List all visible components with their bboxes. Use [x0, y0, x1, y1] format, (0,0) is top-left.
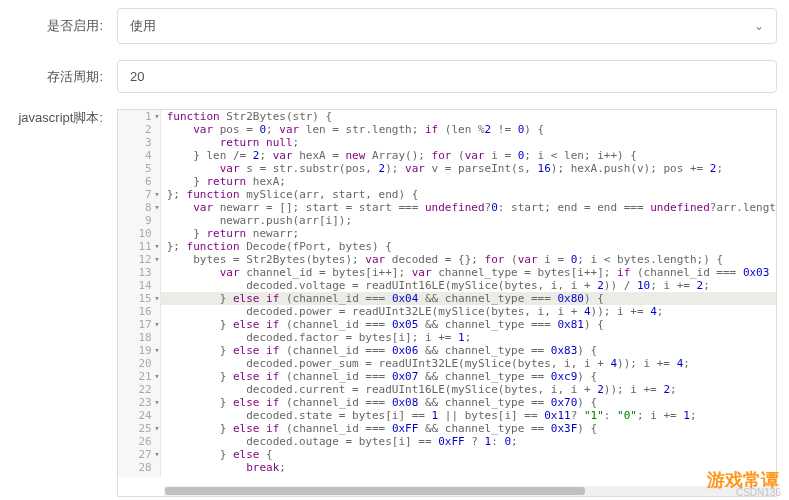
gutter-line: 20	[118, 357, 160, 370]
code-line[interactable]: decoded.state = bytes[i] == 1 || bytes[i…	[161, 409, 776, 422]
code-line[interactable]: function Str2Bytes(str) {	[161, 110, 776, 123]
code-line[interactable]: } else if (channel_id === 0x06 && channe…	[161, 344, 776, 357]
gutter-line: 18	[118, 331, 160, 344]
gutter-line: 22	[118, 383, 160, 396]
code-line[interactable]: } else if (channel_id === 0xFF && channe…	[161, 422, 776, 435]
code-line[interactable]: var pos = 0; var len = str.length; if (l…	[161, 123, 776, 136]
gutter-line: 7▾	[118, 188, 160, 201]
code-line[interactable]: bytes = Str2Bytes(bytes); var decoded = …	[161, 253, 776, 266]
gutter-line: 27▾	[118, 448, 160, 461]
code-line[interactable]: }; function mySlice(arr, start, end) {	[161, 188, 776, 201]
script-label: javascript脚本:	[12, 109, 117, 497]
gutter-line: 25▾	[118, 422, 160, 435]
code-line[interactable]: break;	[161, 461, 776, 474]
fold-icon[interactable]: ▾	[154, 201, 159, 214]
chevron-down-icon: ⌄	[754, 19, 764, 33]
gutter-line: 3	[118, 136, 160, 149]
gutter-line: 2	[118, 123, 160, 136]
fold-icon[interactable]: ▾	[154, 292, 159, 305]
gutter-line: 15▾	[118, 292, 160, 305]
code-line[interactable]: decoded.voltage = readUInt16LE(mySlice(b…	[161, 279, 776, 292]
fold-icon[interactable]: ▾	[154, 110, 159, 123]
gutter-line: 4	[118, 149, 160, 162]
gutter-line: 8▾	[118, 201, 160, 214]
code-line[interactable]: decoded.outage = bytes[i] == 0xFF ? 1: 0…	[161, 435, 776, 448]
gutter-line: 17▾	[118, 318, 160, 331]
code-line[interactable]: } else if (channel_id === 0x07 && channe…	[161, 370, 776, 383]
fold-icon[interactable]: ▾	[154, 448, 159, 461]
gutter-line: 13	[118, 266, 160, 279]
code-line[interactable]: } else if (channel_id === 0x05 && channe…	[161, 318, 776, 331]
gutter-line: 26	[118, 435, 160, 448]
gutter-line: 9	[118, 214, 160, 227]
code-line[interactable]: }; function Decode(fPort, bytes) {	[161, 240, 776, 253]
fold-icon[interactable]: ▾	[154, 188, 159, 201]
code-line[interactable]: decoded.power = readUInt32LE(mySlice(byt…	[161, 305, 776, 318]
fold-icon[interactable]: ▾	[154, 396, 159, 409]
gutter-line: 21▾	[118, 370, 160, 383]
code-line[interactable]: decoded.factor = bytes[i]; i += 1;	[161, 331, 776, 344]
code-line[interactable]: } return newarr;	[161, 227, 776, 240]
gutter-line: 12▾	[118, 253, 160, 266]
gutter-line: 5	[118, 162, 160, 175]
gutter-line: 19▾	[118, 344, 160, 357]
line-gutter: 1▾234567▾8▾91011▾12▾131415▾1617▾1819▾202…	[118, 110, 161, 477]
fold-icon[interactable]: ▾	[154, 344, 159, 357]
code-line[interactable]: } return hexA;	[161, 175, 776, 188]
cycle-label: 存活周期:	[12, 68, 117, 86]
fold-icon[interactable]: ▾	[154, 253, 159, 266]
code-line[interactable]: decoded.current = readUInt16LE(mySlice(b…	[161, 383, 776, 396]
enable-value: 使用	[130, 17, 156, 35]
code-line[interactable]: newarr.push(arr[i]);	[161, 214, 776, 227]
enable-label: 是否启用:	[12, 17, 117, 35]
fold-icon[interactable]: ▾	[154, 370, 159, 383]
fold-icon[interactable]: ▾	[154, 422, 159, 435]
gutter-line: 11▾	[118, 240, 160, 253]
code-line[interactable]: var s = str.substr(pos, 2); var v = pars…	[161, 162, 776, 175]
watermark-sub: CSDN136	[736, 487, 781, 497]
code-lines[interactable]: function Str2Bytes(str) { var pos = 0; v…	[161, 110, 776, 477]
gutter-line: 24	[118, 409, 160, 422]
gutter-line: 28	[118, 461, 160, 474]
fold-icon[interactable]: ▾	[154, 240, 159, 253]
code-line[interactable]: var channel_id = bytes[i++]; var channel…	[161, 266, 776, 279]
cycle-value: 20	[130, 69, 144, 84]
gutter-line: 10	[118, 227, 160, 240]
fold-icon[interactable]: ▾	[154, 318, 159, 331]
code-line[interactable]: } len /= 2; var hexA = new Array(); for …	[161, 149, 776, 162]
code-line[interactable]: decoded.power_sum = readUInt32LE(mySlice…	[161, 357, 776, 370]
code-editor[interactable]: 1▾234567▾8▾91011▾12▾131415▾1617▾1819▾202…	[117, 109, 777, 497]
horizontal-scrollbar[interactable]	[164, 486, 776, 496]
gutter-line: 6	[118, 175, 160, 188]
scrollbar-thumb[interactable]	[165, 487, 585, 495]
code-line[interactable]: var newarr = []; start = start === undef…	[161, 201, 776, 214]
code-line[interactable]: } else if (channel_id === 0x08 && channe…	[161, 396, 776, 409]
gutter-line: 23▾	[118, 396, 160, 409]
code-line[interactable]: } else {	[161, 448, 776, 461]
gutter-line: 14	[118, 279, 160, 292]
cycle-input[interactable]: 20	[117, 60, 777, 93]
gutter-line: 1▾	[118, 110, 160, 123]
code-line[interactable]: } else if (channel_id === 0x04 && channe…	[161, 292, 776, 305]
code-line[interactable]: return null;	[161, 136, 776, 149]
enable-select[interactable]: 使用 ⌄	[117, 8, 777, 44]
gutter-line: 16	[118, 305, 160, 318]
